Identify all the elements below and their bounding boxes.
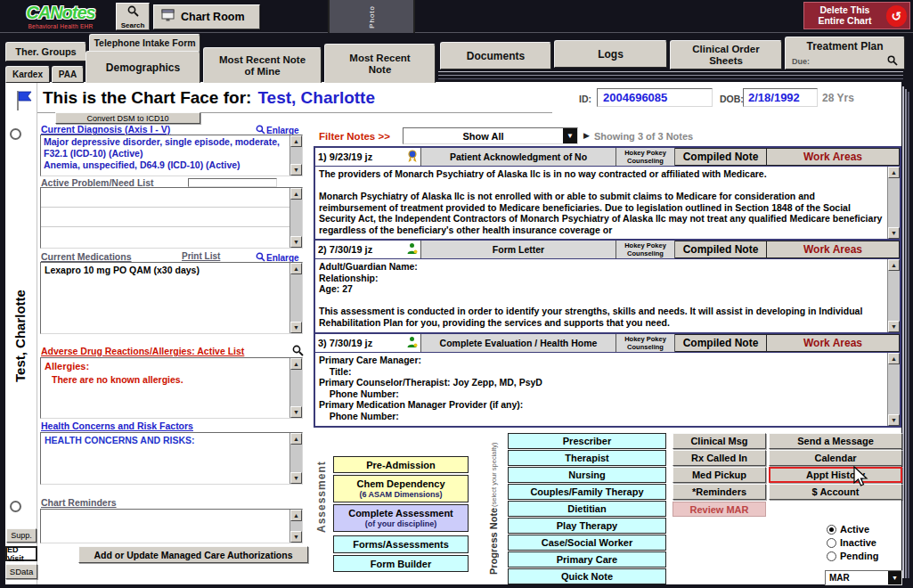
scroll-down-arrow[interactable]: ▼ (290, 236, 302, 248)
scroll-down-arrow[interactable]: ▼ (290, 531, 302, 543)
note-date[interactable]: 3) 7/30/19 jz (315, 334, 420, 352)
scroll-up-arrow[interactable]: ▲ (290, 433, 302, 445)
scrollbar[interactable]: ▲▼ (887, 353, 900, 426)
scroll-up-arrow[interactable]: ▲ (888, 167, 900, 178)
tab-demographics[interactable]: Demographics (86, 51, 200, 83)
med-pickup-button[interactable]: Med Pickup (673, 467, 766, 483)
scrollbar[interactable]: ▲▼ (289, 135, 302, 176)
scroll-up-arrow[interactable]: ▲ (888, 259, 900, 271)
note-title[interactable]: Complete Evaluation / Health Home (420, 334, 616, 352)
chart-flag-icon[interactable] (14, 89, 34, 116)
compiled-note-button[interactable]: Compiled Note (675, 334, 767, 352)
specialty-play-therapy-button[interactable]: Play Therapy (508, 518, 666, 534)
specialty-quick-note-button[interactable]: Quick Note (508, 568, 666, 584)
rx-called-in-button[interactable]: Rx Called In (673, 450, 766, 466)
health-concerns-listbox[interactable]: HEALTH CONCERNS AND RISKS: ▲▼ (40, 432, 303, 485)
adverse-reactions-link[interactable]: Adverse Drug Reactions/Allergies: Active… (41, 346, 244, 356)
note-date[interactable]: 1) 9/23/19 jz (315, 148, 420, 166)
radio-pending-icon[interactable] (827, 551, 836, 561)
print-list-link[interactable]: Print List (182, 251, 220, 261)
medications-listbox[interactable]: Lexapro 10 mg PO QAM (x30 days) ▲▼ (40, 262, 303, 334)
tab-logs[interactable]: Logs (554, 40, 667, 68)
radio-active-icon[interactable] (827, 525, 836, 535)
rail-indicator-circle[interactable] (10, 501, 21, 512)
compiled-note-button[interactable]: Compiled Note (675, 148, 767, 166)
work-areas-button[interactable]: Work Areas (767, 334, 900, 352)
status-radio-pending[interactable]: Pending (827, 551, 878, 561)
scroll-up-arrow[interactable]: ▲ (888, 353, 900, 364)
scroll-down-arrow[interactable]: ▼ (888, 321, 900, 332)
current-diagnosis-link[interactable]: Current Diagnosis (Axis I - V) (41, 124, 170, 135)
tab-clinical-order-sheets[interactable]: Clinical Order Sheets (670, 40, 782, 69)
scroll-down-arrow[interactable]: ▼ (888, 414, 900, 426)
rail-indicator-circle[interactable] (10, 128, 21, 140)
note-date[interactable]: 2) 7/30/19 jz (315, 241, 420, 258)
diagnosis-listbox[interactable]: Major depressive disorder, single episod… (40, 135, 303, 176)
problem-row[interactable] (41, 188, 289, 208)
mar-dropdown[interactable]: MAR ▼ (825, 570, 902, 585)
tab-documents[interactable]: Documents (440, 42, 551, 69)
tab-paa[interactable]: PAA (52, 66, 84, 83)
scroll-down-arrow[interactable]: ▼ (290, 322, 302, 333)
specialty-case-social-worker-button[interactable]: Case/Social Worker (508, 535, 666, 551)
scroll-down-arrow[interactable]: ▼ (888, 227, 900, 239)
clinical-msg-button[interactable]: Clinical Msg (673, 433, 766, 449)
scroll-up-arrow[interactable]: ▲ (290, 358, 302, 370)
problem-row[interactable] (41, 208, 289, 227)
status-radio-active[interactable]: Active (827, 524, 869, 535)
note-title[interactable]: Patient Acknowledgment of No (420, 148, 616, 166)
specialty-nursing-button[interactable]: Nursing (508, 467, 666, 483)
work-areas-button[interactable]: Work Areas (767, 241, 900, 258)
scroll-up-arrow[interactable]: ▲ (290, 510, 302, 521)
scroll-down-arrow[interactable]: ▼ (290, 406, 302, 418)
treatment-plan-search-icon[interactable] (887, 53, 898, 69)
chart-reminders-listbox[interactable]: ▲▼ (40, 509, 303, 543)
tab-ther-groups[interactable]: Ther. Groups (5, 42, 86, 61)
allergies-listbox[interactable]: Allergies: There are no known allergies.… (40, 357, 303, 419)
radio-inactive-icon[interactable] (827, 538, 836, 548)
managed-care-button[interactable]: Add or Update Managed Care Authorization… (78, 546, 308, 563)
convert-dsm-button[interactable]: Convert DSM to ICD10 (55, 112, 200, 124)
work-areas-button[interactable]: Work Areas (767, 148, 900, 166)
chem-dependency-button[interactable]: Chem Dependency (6 ASAM Dimensions) (333, 475, 469, 502)
dropdown-arrow-icon[interactable]: ▼ (888, 571, 901, 584)
chart-reminders-link[interactable]: Chart Reminders (41, 497, 117, 508)
dropdown-arrow-icon[interactable]: ▼ (563, 128, 577, 143)
scrollbar[interactable]: ▲▼ (289, 510, 302, 543)
tab-most-recent-note[interactable]: Most Recent Note (324, 44, 436, 83)
problem-list-mini-box[interactable] (188, 178, 277, 187)
complete-assessment-button[interactable]: Complete Assessment (of your discipline) (333, 504, 469, 532)
forms-assessments-button[interactable]: Forms/Assessments (333, 535, 469, 553)
tab-treatment-plan[interactable]: Treatment Plan Due: (785, 37, 905, 69)
appt-history-button[interactable]: Appt History (769, 467, 902, 483)
pre-admission-button[interactable]: Pre-Admission (333, 456, 469, 473)
delete-chart-button[interactable]: Delete This Entire Chart ↺ (803, 2, 910, 29)
scrollbar[interactable]: ▲▼ (289, 433, 302, 484)
sdata-button[interactable]: SData (5, 564, 37, 579)
scroll-down-arrow[interactable]: ▼ (290, 472, 302, 484)
photo-panel[interactable]: Photo (328, 0, 415, 33)
supp-button[interactable]: Supp. (6, 528, 37, 543)
account-button[interactable]: $ Account (769, 484, 902, 500)
compiled-note-button[interactable]: Compiled Note (675, 241, 767, 258)
send-message-button[interactable]: Send a Message (769, 433, 902, 449)
health-concerns-link[interactable]: Health Concerns and Risk Factors (41, 421, 193, 431)
tab-most-recent-note-of-mine[interactable]: Most Recent Note of Mine (203, 47, 322, 83)
tab-telephone-intake-form[interactable]: Telephone Intake Form (89, 34, 200, 52)
review-mar-button[interactable]: Review MAR (673, 502, 766, 517)
scroll-up-arrow[interactable]: ▲ (290, 135, 302, 147)
scrollbar[interactable]: ▲▼ (289, 188, 302, 248)
filter-notes-select[interactable]: Show All ▼ (403, 127, 578, 144)
specialty-primary-care-button[interactable]: Primary Care (508, 551, 666, 568)
note-title[interactable]: Form Letter (420, 241, 616, 258)
search-button[interactable]: Search (116, 3, 150, 30)
specialty-dietitian-button[interactable]: Dietitian (508, 501, 666, 517)
form-builder-button[interactable]: Form Builder (333, 555, 469, 572)
scrollbar[interactable]: ▲▼ (887, 167, 900, 239)
scroll-up-arrow[interactable]: ▲ (290, 188, 302, 200)
specialty-couples-family-button[interactable]: Couples/Family Therapy (508, 484, 666, 500)
reminders-button[interactable]: *Reminders (673, 484, 766, 500)
scrollbar[interactable]: ▲▼ (289, 263, 302, 333)
calendar-button[interactable]: Calendar (769, 450, 902, 466)
scroll-down-arrow[interactable]: ▼ (290, 164, 302, 176)
